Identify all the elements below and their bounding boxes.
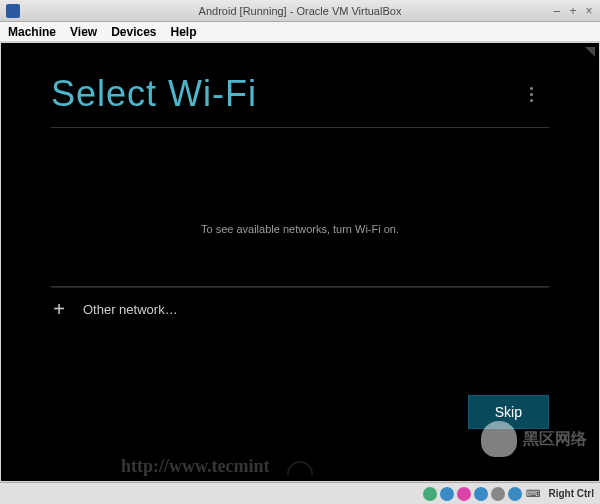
- other-network-label: Other network…: [83, 302, 178, 317]
- android-nav-bar: [1, 461, 599, 475]
- window-controls: ‒ + ×: [550, 4, 596, 18]
- menu-machine[interactable]: Machine: [8, 25, 56, 39]
- skip-button[interactable]: Skip: [468, 395, 549, 429]
- titlebar[interactable]: Android [Running] - Oracle VM VirtualBox…: [0, 0, 600, 22]
- mouse-capture-icon[interactable]: ⌨: [526, 488, 540, 499]
- menu-help[interactable]: Help: [171, 25, 197, 39]
- divider: [51, 127, 549, 128]
- minimize-button[interactable]: ‒: [550, 4, 564, 18]
- vm-statusbar: ⌨ Right Ctrl: [0, 482, 600, 504]
- disk-icon[interactable]: [423, 487, 437, 501]
- overflow-menu-icon[interactable]: [524, 81, 539, 108]
- menu-devices[interactable]: Devices: [111, 25, 156, 39]
- android-setup-screen: Select Wi-Fi To see available networks, …: [1, 43, 599, 451]
- app-icon: [6, 4, 20, 18]
- optical-icon[interactable]: [440, 487, 454, 501]
- maximize-button[interactable]: +: [566, 4, 580, 18]
- vm-window: Android [Running] - Oracle VM VirtualBox…: [0, 0, 600, 504]
- plus-icon: +: [51, 298, 67, 321]
- usb-icon[interactable]: [474, 487, 488, 501]
- page-title: Select Wi-Fi: [51, 73, 257, 115]
- vm-screen: Select Wi-Fi To see available networks, …: [1, 43, 599, 481]
- close-button[interactable]: ×: [582, 4, 596, 18]
- network-icon[interactable]: [457, 487, 471, 501]
- url-watermark: http://www.tecmint: [121, 456, 269, 477]
- other-network-section: + Other network…: [51, 274, 549, 331]
- shared-folder-icon[interactable]: [491, 487, 505, 501]
- menubar: Machine View Devices Help: [0, 22, 600, 42]
- other-network-button[interactable]: + Other network…: [51, 287, 549, 331]
- host-key-label: Right Ctrl: [548, 488, 594, 499]
- menu-view[interactable]: View: [70, 25, 97, 39]
- back-icon[interactable]: [287, 461, 313, 475]
- window-title: Android [Running] - Oracle VM VirtualBox: [199, 5, 402, 17]
- empty-state-message: To see available networks, turn Wi-Fi on…: [51, 223, 549, 235]
- display-icon[interactable]: [508, 487, 522, 501]
